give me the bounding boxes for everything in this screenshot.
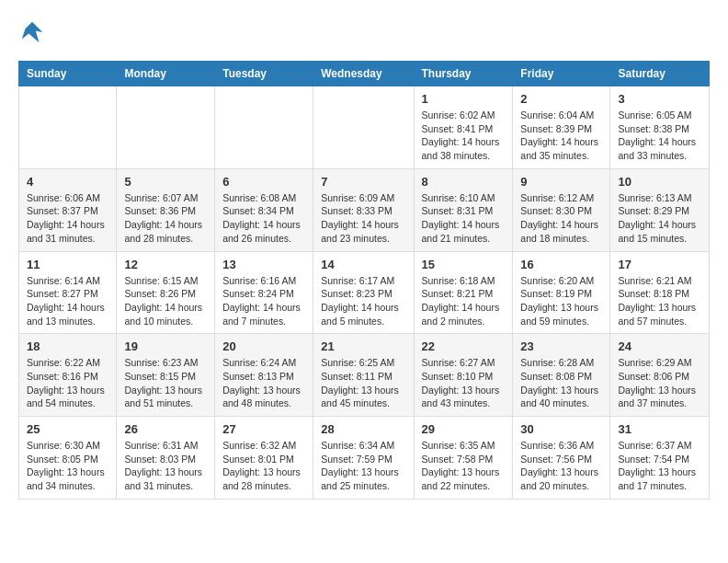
day-info: Sunrise: 6:10 AM [422, 191, 506, 205]
day-info: Sunrise: 6:36 AM [520, 439, 602, 453]
day-number: 4 [27, 175, 108, 189]
day-info: and 31 minutes. [124, 479, 207, 493]
column-header-friday: Friday [513, 62, 610, 86]
day-info: and 10 minutes. [124, 315, 207, 328]
day-info: Sunrise: 6:27 AM [422, 356, 506, 370]
day-info: Sunrise: 6:06 AM [27, 191, 108, 205]
day-info: Sunset: 8:29 PM [618, 204, 701, 218]
day-info: and 34 minutes. [27, 479, 108, 493]
day-info: and 45 minutes. [321, 396, 405, 410]
week-row-1: 1Sunrise: 6:02 AMSunset: 8:41 PMDaylight… [19, 86, 710, 169]
day-info: Sunrise: 6:25 AM [321, 356, 405, 370]
day-info: Daylight: 13 hours [520, 465, 602, 479]
day-cell: 21Sunrise: 6:25 AMSunset: 8:11 PMDayligh… [313, 334, 414, 417]
day-info: Sunrise: 6:02 AM [422, 109, 506, 122]
day-info: and 33 minutes. [618, 149, 701, 163]
day-number: 6 [222, 175, 305, 189]
day-info: Sunrise: 6:04 AM [520, 109, 602, 122]
day-info: Sunrise: 6:16 AM [222, 274, 305, 288]
day-info: Sunset: 8:06 PM [618, 370, 701, 384]
day-cell: 4Sunrise: 6:06 AMSunset: 8:37 PMDaylight… [19, 168, 117, 251]
day-cell: 3Sunrise: 6:05 AMSunset: 8:38 PMDaylight… [610, 86, 710, 169]
day-number: 16 [520, 258, 602, 271]
column-header-monday: Monday [117, 62, 215, 86]
day-info: Sunrise: 6:13 AM [618, 191, 701, 205]
day-number: 29 [422, 422, 506, 436]
day-info: Daylight: 14 hours [618, 218, 701, 232]
day-info: and 25 minutes. [321, 479, 405, 493]
day-cell: 23Sunrise: 6:28 AMSunset: 8:08 PMDayligh… [513, 334, 610, 417]
day-info: Daylight: 13 hours [222, 465, 305, 479]
day-info: Sunset: 8:36 PM [124, 204, 207, 218]
day-info: and 18 minutes. [520, 232, 602, 246]
day-info: Daylight: 13 hours [618, 384, 701, 397]
day-cell: 7Sunrise: 6:09 AMSunset: 8:33 PMDaylight… [313, 168, 414, 251]
day-info: and 59 minutes. [520, 315, 602, 328]
logo-icon [18, 18, 46, 46]
column-header-wednesday: Wednesday [313, 62, 414, 86]
day-info: Sunrise: 6:18 AM [422, 274, 506, 288]
day-info: Sunrise: 6:34 AM [321, 439, 405, 453]
day-info: Sunset: 8:19 PM [520, 287, 602, 301]
day-cell [117, 86, 215, 169]
day-info: and 23 minutes. [321, 232, 405, 246]
day-number: 30 [520, 422, 602, 436]
day-cell: 9Sunrise: 6:12 AMSunset: 8:30 PMDaylight… [513, 168, 610, 251]
day-info: Sunset: 8:31 PM [422, 204, 506, 218]
day-info: Sunset: 8:23 PM [321, 287, 405, 301]
day-info: Sunrise: 6:12 AM [520, 191, 602, 205]
day-cell: 25Sunrise: 6:30 AMSunset: 8:05 PMDayligh… [19, 417, 117, 500]
day-cell: 2Sunrise: 6:04 AMSunset: 8:39 PMDaylight… [513, 86, 610, 169]
day-cell: 30Sunrise: 6:36 AMSunset: 7:56 PMDayligh… [513, 417, 610, 500]
day-info: Daylight: 13 hours [27, 384, 108, 397]
day-cell: 26Sunrise: 6:31 AMSunset: 8:03 PMDayligh… [117, 417, 215, 500]
day-info: Sunset: 8:41 PM [422, 122, 506, 136]
day-cell: 16Sunrise: 6:20 AMSunset: 8:19 PMDayligh… [513, 251, 610, 334]
calendar-table: SundayMondayTuesdayWednesdayThursdayFrid… [18, 61, 710, 500]
day-info: and 5 minutes. [321, 315, 405, 328]
day-info: and 22 minutes. [422, 479, 506, 493]
column-header-saturday: Saturday [610, 62, 710, 86]
logo [18, 18, 50, 46]
day-info: Sunset: 8:27 PM [27, 287, 108, 301]
page-header [18, 18, 710, 46]
day-info: and 37 minutes. [618, 396, 701, 410]
day-cell: 13Sunrise: 6:16 AMSunset: 8:24 PMDayligh… [215, 251, 313, 334]
day-cell: 22Sunrise: 6:27 AMSunset: 8:10 PMDayligh… [414, 334, 513, 417]
day-number: 18 [27, 339, 108, 353]
day-info: Sunset: 7:56 PM [520, 453, 602, 466]
day-info: and 43 minutes. [422, 396, 506, 410]
day-info: and 20 minutes. [520, 479, 602, 493]
day-info: Sunrise: 6:09 AM [321, 191, 405, 205]
day-number: 5 [124, 175, 207, 189]
day-number: 31 [618, 422, 701, 436]
day-number: 27 [222, 422, 305, 436]
day-info: Daylight: 13 hours [520, 301, 602, 315]
day-number: 10 [618, 175, 701, 189]
day-info: Sunset: 8:21 PM [422, 287, 506, 301]
day-info: Sunrise: 6:35 AM [422, 439, 506, 453]
day-cell [19, 86, 117, 169]
day-info: and 17 minutes. [618, 479, 701, 493]
day-cell: 5Sunrise: 6:07 AMSunset: 8:36 PMDaylight… [117, 168, 215, 251]
day-info: Daylight: 13 hours [124, 384, 207, 397]
day-info: and 31 minutes. [27, 232, 108, 246]
day-info: Daylight: 14 hours [321, 301, 405, 315]
day-info: Sunset: 8:05 PM [27, 453, 108, 466]
week-row-4: 18Sunrise: 6:22 AMSunset: 8:16 PMDayligh… [19, 334, 710, 417]
day-info: and 15 minutes. [618, 232, 701, 246]
day-cell: 29Sunrise: 6:35 AMSunset: 7:58 PMDayligh… [414, 417, 513, 500]
day-number: 14 [321, 258, 405, 271]
day-info: Daylight: 14 hours [27, 301, 108, 315]
day-cell: 27Sunrise: 6:32 AMSunset: 8:01 PMDayligh… [215, 417, 313, 500]
day-info: and 7 minutes. [222, 315, 305, 328]
day-info: and 28 minutes. [124, 232, 207, 246]
day-info: Daylight: 14 hours [520, 135, 602, 149]
day-cell: 28Sunrise: 6:34 AMSunset: 7:59 PMDayligh… [313, 417, 414, 500]
day-info: Sunrise: 6:05 AM [618, 109, 701, 122]
day-info: Sunset: 8:08 PM [520, 370, 602, 384]
day-info: Sunrise: 6:08 AM [222, 191, 305, 205]
day-info: Sunrise: 6:23 AM [124, 356, 207, 370]
day-info: Sunset: 7:59 PM [321, 453, 405, 466]
day-info: Sunset: 8:33 PM [321, 204, 405, 218]
